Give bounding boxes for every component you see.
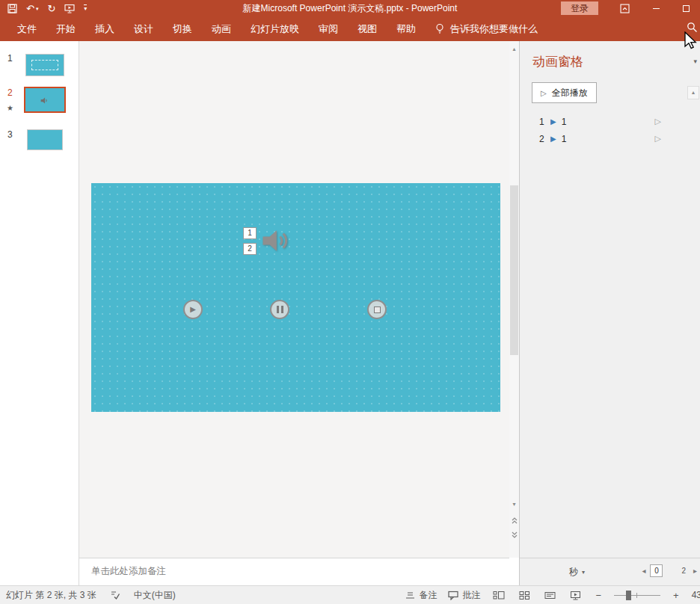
animation-order: 1: [539, 117, 550, 127]
status-left: 幻灯片 第 2 张, 共 3 张 中文(中国): [6, 586, 176, 604]
tab-design[interactable]: 设计: [124, 16, 163, 41]
spellcheck-button[interactable]: [110, 590, 120, 600]
animation-label: 1: [562, 117, 567, 127]
animation-pane-footer: 秒 ▾ ◂ 0 2 ▸: [520, 558, 700, 585]
double-chevron-up-icon: [511, 517, 518, 525]
timeline-marker-icon: ▷: [655, 117, 661, 126]
play-icon: ▶: [190, 306, 196, 313]
pause-button[interactable]: [270, 300, 289, 319]
timeline-scroll-right-button[interactable]: ▸: [693, 567, 697, 575]
zoom-in-button[interactable]: +: [672, 590, 681, 601]
comment-icon: [448, 591, 458, 600]
tab-home[interactable]: 开始: [46, 16, 85, 41]
stop-button[interactable]: [367, 300, 387, 319]
slide-canvas[interactable]: 1 2 ▶: [91, 183, 500, 412]
editor-scrollbar[interactable]: ▴ ▾: [509, 41, 519, 558]
spellcheck-icon: [110, 590, 120, 600]
pause-icon: [277, 306, 283, 313]
next-slide-button[interactable]: [509, 528, 519, 541]
tab-transitions[interactable]: 切换: [163, 16, 202, 41]
notes-pane[interactable]: 单击此处添加备注: [79, 558, 509, 585]
maximize-button[interactable]: [679, 1, 693, 15]
animation-pane: 动画窗格 ▾ ▷ 全部播放 ▴ 1 ▶ 1 ▷ 2 ▶ 1 ▷ 秒 ▾ ◂ 0: [519, 41, 700, 585]
animation-item-1[interactable]: 1 ▶ 1 ▷: [530, 114, 661, 129]
text-placeholder-outline: [31, 60, 58, 70]
animation-item-2[interactable]: 2 ▶ 1 ▷: [530, 131, 661, 147]
tab-slide-show[interactable]: 幻灯片放映: [241, 16, 309, 41]
comments-toggle-button[interactable]: 批注: [448, 589, 480, 602]
reading-view-button[interactable]: [543, 591, 557, 600]
slide-editor-area: 1 2 ▶: [79, 41, 509, 558]
zoom-level[interactable]: 43: [692, 590, 700, 600]
ribbon-display-options-button[interactable]: [618, 1, 631, 15]
minimize-button[interactable]: [649, 1, 663, 15]
language-indicator[interactable]: 中文(中国): [134, 589, 176, 602]
slide-show-view-button[interactable]: [568, 591, 583, 600]
audio-speaker-icon[interactable]: [259, 224, 292, 257]
double-chevron-down-icon: [511, 531, 518, 539]
timeline-origin-tick: 0: [650, 564, 663, 577]
slide-number-3: 3: [7, 129, 13, 140]
animation-tag-1[interactable]: 1: [243, 227, 257, 239]
maximize-icon: [683, 5, 690, 12]
animation-label: 1: [562, 134, 567, 144]
slide-show-icon: [570, 591, 581, 600]
chevron-down-icon: ▾: [582, 569, 585, 576]
play-button[interactable]: ▶: [183, 300, 203, 319]
status-bar: 幻灯片 第 2 张, 共 3 张 中文(中国) 备注: [0, 585, 700, 604]
zoom-slider[interactable]: [614, 590, 660, 600]
previous-slide-button[interactable]: [509, 514, 519, 527]
timeline-tick: 2: [681, 567, 686, 575]
tab-review[interactable]: 审阅: [309, 16, 348, 41]
notes-toggle-button[interactable]: 备注: [405, 589, 437, 602]
normal-view-icon: [493, 591, 505, 600]
mouse-cursor: [684, 31, 698, 51]
pane-menu-chevron-icon[interactable]: ▾: [693, 58, 697, 65]
slide-number-1: 1: [7, 53, 13, 64]
tab-view[interactable]: 视图: [348, 16, 387, 41]
audio-speaker-icon: [40, 96, 49, 105]
reading-view-icon: [544, 591, 556, 600]
notes-icon: [405, 591, 415, 600]
scroll-up-button[interactable]: ▴: [509, 43, 519, 55]
scroll-down-button[interactable]: ▾: [509, 499, 519, 511]
zoom-slider-thumb[interactable]: [626, 591, 631, 600]
tab-insert[interactable]: 插入: [85, 16, 124, 41]
slide-info: 幻灯片 第 2 张, 共 3 张: [6, 589, 96, 602]
tab-file[interactable]: 文件: [7, 16, 46, 41]
zoom-slider-midpoint: [636, 593, 637, 598]
notes-toggle-label: 备注: [419, 589, 437, 602]
notes-placeholder: 单击此处添加备注: [91, 566, 166, 576]
slide-thumbnail-2[interactable]: [24, 87, 66, 113]
timeline-navigation: ◂ 0 2 ▸: [642, 564, 697, 577]
slide-thumbnail-panel: 1 2 ★ 3: [0, 41, 79, 585]
zoom-slider-track: [614, 595, 660, 596]
zoom-out-button[interactable]: −: [594, 590, 603, 601]
slide-sorter-view-button[interactable]: [518, 591, 532, 600]
animation-list-scroll-up-button[interactable]: ▴: [687, 86, 699, 99]
powerpoint-window: ↶ ▾ ↻ ▾ 新建Microsoft PowerPoint 演示文稿.pptx…: [0, 0, 700, 604]
timeline-marker-icon: ▷: [655, 134, 661, 144]
seconds-label: 秒: [569, 566, 578, 579]
slide-sorter-icon: [519, 591, 530, 600]
normal-view-button[interactable]: [491, 591, 506, 600]
timeline-scroll-left-button[interactable]: ◂: [642, 567, 645, 575]
slide-thumbnail-3[interactable]: [27, 129, 63, 150]
media-play-icon: ▶: [550, 135, 556, 143]
animation-tag-2[interactable]: 2: [243, 243, 257, 255]
play-all-button[interactable]: ▷ 全部播放: [532, 82, 597, 103]
lightbulb-icon: [435, 23, 445, 34]
tab-animations[interactable]: 动画: [202, 16, 241, 41]
scrollbar-thumb[interactable]: [510, 185, 518, 355]
tab-help[interactable]: 帮助: [387, 16, 426, 41]
play-icon: ▷: [541, 89, 547, 97]
login-button[interactable]: 登录: [561, 1, 598, 15]
minimize-icon: [653, 8, 660, 9]
stop-icon: [374, 306, 381, 313]
animation-star-icon: ★: [7, 104, 13, 112]
seconds-dropdown[interactable]: 秒 ▾: [569, 566, 585, 579]
ribbon-display-icon: [620, 4, 630, 13]
tell-me-box[interactable]: 告诉我你想要做什么: [435, 22, 538, 36]
comments-toggle-label: 批注: [462, 589, 480, 602]
slide-thumbnail-1[interactable]: [25, 54, 64, 76]
